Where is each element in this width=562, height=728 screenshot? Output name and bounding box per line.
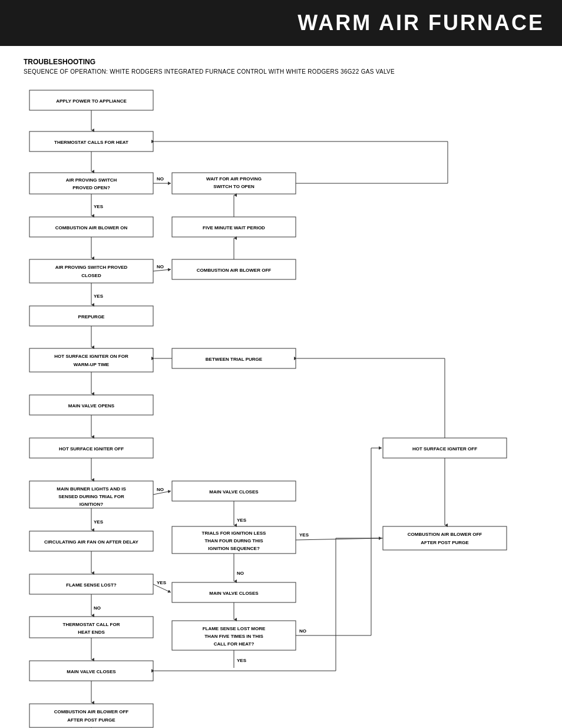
svg-text:YES: YES (94, 204, 104, 209)
svg-text:MAIN VALVE CLOSES: MAIN VALVE CLOSES (209, 489, 259, 495)
svg-text:AIR PROVING SWITCH: AIR PROVING SWITCH (66, 177, 117, 183)
svg-text:APPLY POWER TO APPLIANCE: APPLY POWER TO APPLIANCE (56, 98, 127, 104)
svg-text:YES: YES (94, 519, 104, 525)
svg-text:YES: YES (237, 658, 247, 663)
svg-text:YES: YES (299, 532, 309, 538)
svg-text:YES: YES (94, 294, 104, 299)
svg-text:SENSED DURING TRIAL FOR: SENSED DURING TRIAL FOR (58, 494, 124, 499)
svg-text:PROVED OPEN?: PROVED OPEN? (72, 185, 110, 190)
svg-text:NO: NO (299, 628, 306, 634)
svg-line-97 (153, 584, 171, 592)
svg-rect-4 (29, 173, 153, 194)
svg-text:HEAT ENDS: HEAT ENDS (78, 630, 105, 635)
svg-text:CLOSED: CLOSED (81, 273, 101, 278)
svg-text:THAN FIVE TIMES IN THIS: THAN FIVE TIMES IN THIS (204, 634, 263, 639)
svg-text:WAIT FOR AIR PROVING: WAIT FOR AIR PROVING (206, 176, 262, 182)
svg-text:FLAME SENSE LOST MORE: FLAME SENSE LOST MORE (203, 626, 266, 631)
svg-text:COMBUSTION AIR BLOWER OFF: COMBUSTION AIR BLOWER OFF (54, 709, 128, 714)
svg-rect-34 (29, 704, 153, 727)
svg-text:IGNITION?: IGNITION? (80, 502, 104, 507)
svg-text:FLAME SENSE LOST?: FLAME SENSE LOST? (66, 582, 116, 588)
svg-text:THERMOSTAT CALLS FOR HEAT: THERMOSTAT CALLS FOR HEAT (54, 140, 128, 145)
svg-text:NO: NO (237, 571, 244, 576)
svg-text:COMBUSTION AIR BLOWER OFF: COMBUSTION AIR BLOWER OFF (197, 268, 271, 273)
svg-text:TRIALS FOR IGNITION LESS: TRIALS FOR IGNITION LESS (202, 531, 267, 536)
svg-text:HOT SURFACE IGNITER OFF: HOT SURFACE IGNITER OFF (59, 446, 124, 452)
svg-text:WARM-UP TIME: WARM-UP TIME (74, 362, 110, 367)
svg-text:AIR PROVING SWITCH PROVED: AIR PROVING SWITCH PROVED (55, 265, 128, 270)
svg-text:THERMOSTAT CALL FOR: THERMOSTAT CALL FOR (63, 622, 120, 627)
svg-text:MAIN VALVE OPENS: MAIN VALVE OPENS (68, 403, 115, 409)
svg-text:YES: YES (157, 580, 167, 585)
svg-text:PREPURGE: PREPURGE (78, 314, 105, 319)
svg-text:COMBUSTION AIR BLOWER OFF: COMBUSTION AIR BLOWER OFF (408, 532, 482, 537)
troubleshooting-title: TROUBLESHOOTING (24, 58, 538, 66)
svg-rect-9 (29, 259, 153, 283)
svg-text:IGNITION SEQUENCE?: IGNITION SEQUENCE? (208, 546, 260, 551)
svg-text:MAIN BURNER LIGHTS AND IS: MAIN BURNER LIGHTS AND IS (57, 486, 126, 492)
svg-text:CIRCULATING AIR FAN ON AFTER D: CIRCULATING AIR FAN ON AFTER DELAY (44, 539, 139, 545)
svg-text:NO: NO (157, 264, 164, 269)
svg-text:NO: NO (94, 605, 101, 611)
svg-text:HOT SURFACE IGNITER ON FOR: HOT SURFACE IGNITER ON FOR (54, 354, 128, 359)
svg-text:THAN FOUR DURNG THIS: THAN FOUR DURNG THIS (204, 538, 263, 543)
svg-text:CALL FOR HEAT?: CALL FOR HEAT? (214, 641, 254, 647)
svg-text:AFTER POST PURGE: AFTER POST PURGE (421, 540, 469, 545)
svg-text:MAIN VALVE CLOSES: MAIN VALVE CLOSES (67, 669, 116, 674)
svg-text:SWITCH TO OPEN: SWITCH TO OPEN (213, 184, 254, 189)
svg-text:COMBUSTION AIR BLOWER ON: COMBUSTION AIR BLOWER ON (55, 225, 128, 230)
svg-text:NO: NO (157, 487, 164, 492)
subtitle: SEQUENCE OF OPERATION: WHITE RODGERS INT… (24, 68, 538, 75)
header-title: WARM AIR FURNACE (297, 11, 544, 35)
flowchart: .box { fill: white; stroke: #333; stroke… (24, 84, 536, 728)
svg-text:BETWEEN TRIAL PURGE: BETWEEN TRIAL PURGE (206, 357, 263, 362)
svg-text:HOT SURFACE IGNITER OFF: HOT SURFACE IGNITER OFF (412, 446, 477, 452)
svg-rect-14 (29, 348, 153, 372)
svg-text:YES: YES (237, 518, 247, 523)
svg-text:FIVE MINUTE WAIT PERIOD: FIVE MINUTE WAIT PERIOD (203, 225, 265, 230)
svg-text:NO: NO (157, 176, 164, 182)
svg-rect-62 (383, 526, 507, 550)
svg-text:AFTER POST PURGE: AFTER POST PURGE (67, 717, 115, 723)
svg-line-76 (153, 269, 171, 271)
header: WARM AIR FURNACE (0, 0, 562, 46)
svg-text:MAIN VALVE CLOSES: MAIN VALVE CLOSES (209, 591, 259, 596)
